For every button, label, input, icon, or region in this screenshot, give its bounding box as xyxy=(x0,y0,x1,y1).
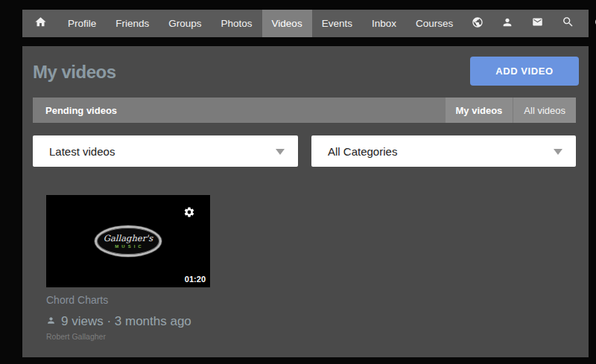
friend-requests-button[interactable] xyxy=(492,10,522,37)
home-button[interactable] xyxy=(22,10,58,37)
logout-button[interactable] xyxy=(583,10,596,37)
video-meta: 9 views · 3 months ago xyxy=(46,314,210,329)
add-video-button[interactable]: ADD VIDEO xyxy=(470,57,579,86)
search-icon xyxy=(562,16,574,31)
logo-text: Gallagher's xyxy=(104,234,153,243)
thumbnail-logo: Gallagher's MUSIC xyxy=(95,226,162,257)
video-duration-badge: 01:20 xyxy=(185,275,206,284)
top-navigation-bar: Profile Friends Groups Photos Videos Eve… xyxy=(22,10,589,37)
sort-dropdown-value: Latest videos xyxy=(33,145,115,158)
nav-item-photos[interactable]: Photos xyxy=(212,10,262,37)
logo-subtext: MUSIC xyxy=(112,244,144,249)
page-title: My videos xyxy=(33,62,116,83)
nav-item-courses[interactable]: Courses xyxy=(406,10,463,37)
chevron-down-icon xyxy=(554,149,562,155)
pending-videos-bar: Pending videos My videos All videos xyxy=(33,98,576,123)
nav-item-friends[interactable]: Friends xyxy=(106,10,159,37)
viewer-icon xyxy=(46,314,61,329)
messages-button[interactable] xyxy=(522,10,553,37)
nav-item-videos[interactable]: Videos xyxy=(262,10,312,37)
nav-item-events[interactable]: Events xyxy=(312,10,362,37)
video-author[interactable]: Robert Gallagher xyxy=(46,332,210,341)
category-dropdown[interactable]: All Categories xyxy=(311,135,576,167)
globe-icon xyxy=(472,16,484,31)
main-panel: My videos ADD VIDEO Pending videos My vi… xyxy=(22,46,589,357)
tab-my-videos[interactable]: My videos xyxy=(446,98,513,123)
nav-item-inbox[interactable]: Inbox xyxy=(362,10,406,37)
nav-item-profile[interactable]: Profile xyxy=(58,10,106,37)
gear-icon[interactable] xyxy=(183,206,195,221)
video-card: Gallagher's MUSIC 01:20 Chord Charts 9 v… xyxy=(46,195,210,341)
home-icon xyxy=(34,16,47,31)
search-button[interactable] xyxy=(553,10,583,37)
mail-icon xyxy=(531,16,544,31)
sort-dropdown[interactable]: Latest videos xyxy=(33,135,298,167)
tab-all-videos[interactable]: All videos xyxy=(513,98,576,123)
video-title[interactable]: Chord Charts xyxy=(46,294,210,306)
language-button[interactable] xyxy=(463,10,492,37)
video-views-text: 9 views · 3 months ago xyxy=(61,314,191,329)
app-screen: Profile Friends Groups Photos Videos Eve… xyxy=(0,0,596,364)
nav-item-groups[interactable]: Groups xyxy=(159,10,211,37)
pending-videos-link[interactable]: Pending videos xyxy=(33,98,117,123)
category-dropdown-value: All Categories xyxy=(311,145,397,158)
video-scope-tabs: My videos All videos xyxy=(445,98,577,123)
video-thumbnail[interactable]: Gallagher's MUSIC 01:20 xyxy=(46,195,210,287)
users-icon xyxy=(501,16,513,31)
chevron-down-icon xyxy=(276,149,285,155)
